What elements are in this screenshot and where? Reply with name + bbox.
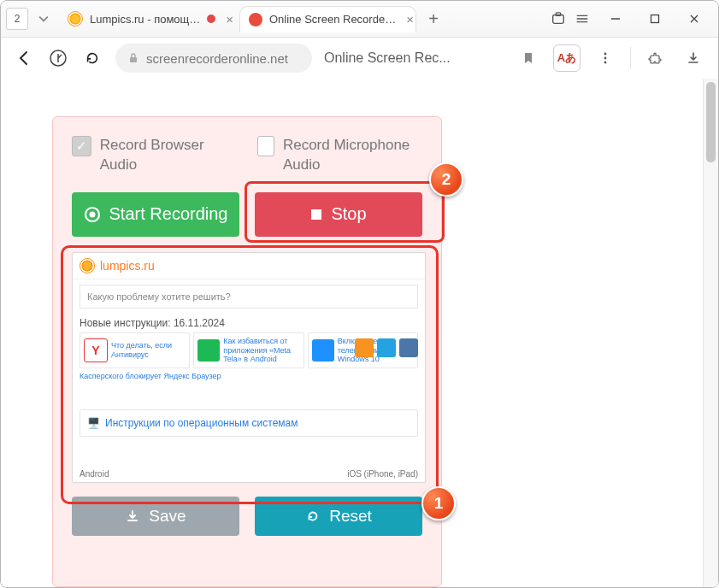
recording-preview[interactable]: lumpics.ru Какую проблему хотите решить?… xyxy=(72,252,426,483)
address-bar: screenrecorderonline.net Online Screen R… xyxy=(1,38,718,79)
reset-icon xyxy=(305,509,321,524)
svg-point-7 xyxy=(604,62,607,64)
tab-recorder[interactable]: Online Screen Recorde… × xyxy=(239,6,416,32)
button-label: Reset xyxy=(329,507,372,526)
yandex-logo-icon xyxy=(84,338,108,362)
annotation-badge-1: 1 xyxy=(421,486,456,520)
more-icon[interactable] xyxy=(592,45,618,71)
preview-card: Что делать, если Антивирус xyxy=(80,332,190,368)
svg-rect-4 xyxy=(130,57,137,62)
menu-lines-icon[interactable] xyxy=(573,9,592,28)
tab-label: Online Screen Recorde… xyxy=(269,13,396,26)
new-tab-button[interactable]: + xyxy=(421,7,445,31)
screenshot-icon[interactable] xyxy=(549,9,568,28)
tab-label: Lumpics.ru - помощ… xyxy=(90,13,200,26)
button-label: Save xyxy=(149,507,186,526)
annotation-badge-2: 2 xyxy=(429,162,463,197)
svg-rect-10 xyxy=(311,209,321,220)
lumpics-logo-icon xyxy=(80,258,95,273)
preview-footer-right: iOS (iPhone, iPad) xyxy=(347,469,418,479)
yandex-icon[interactable] xyxy=(47,47,69,69)
svg-point-6 xyxy=(604,57,607,60)
minimize-button[interactable] xyxy=(597,6,634,32)
option-label: Record Browser Audio xyxy=(100,136,237,175)
vk-icon xyxy=(399,338,418,357)
start-recording-button[interactable]: Start Recording xyxy=(72,192,239,237)
svg-rect-1 xyxy=(556,13,560,16)
preview-footer-left: Android xyxy=(80,469,109,479)
close-window-button[interactable] xyxy=(675,6,713,32)
preview-social-icons xyxy=(355,338,418,357)
vertical-scrollbar[interactable] xyxy=(703,79,718,587)
tab-list-chevron-icon[interactable] xyxy=(33,9,54,29)
maximize-button[interactable] xyxy=(636,6,674,32)
page-viewport: ✓ Record Browser Audio Record Microphone… xyxy=(1,79,718,587)
lock-icon xyxy=(127,52,139,64)
preview-os-link: 🖥️ Инструкции по операционным системам xyxy=(80,409,418,437)
preview-section-title: Новые инструкции: 16.11.2024 xyxy=(73,314,425,332)
telegram-icon xyxy=(377,338,396,357)
reload-button[interactable] xyxy=(81,47,103,69)
android-logo-icon xyxy=(197,339,220,362)
download-icon xyxy=(125,509,140,524)
preview-card-extra: Касперского блокирует Яндекс Браузер xyxy=(73,368,425,384)
preview-search-box: Какую проблему хотите решить? xyxy=(80,285,418,309)
bookmark-icon[interactable] xyxy=(516,45,541,71)
title-bar: 2 Lumpics.ru - помощ… × Online Screen Re… xyxy=(1,1,718,38)
windows-logo-icon xyxy=(312,339,334,362)
extensions-icon[interactable] xyxy=(643,45,669,71)
downloads-icon[interactable] xyxy=(681,45,706,71)
translate-icon[interactable]: Aあ xyxy=(553,44,581,72)
recorder-favicon-icon xyxy=(249,13,262,26)
recorder-panel: ✓ Record Browser Audio Record Microphone… xyxy=(52,116,442,587)
option-browser-audio[interactable]: ✓ Record Browser Audio xyxy=(72,136,237,175)
recording-indicator-icon xyxy=(207,15,215,23)
record-icon xyxy=(84,206,101,223)
scrollbar-thumb[interactable] xyxy=(706,82,716,162)
reset-button[interactable]: Reset xyxy=(255,497,422,536)
stop-recording-button[interactable]: Stop xyxy=(255,192,422,237)
button-label: Stop xyxy=(331,204,366,224)
close-icon[interactable]: × xyxy=(226,12,233,26)
save-button[interactable]: Save xyxy=(72,497,239,536)
svg-point-9 xyxy=(89,211,95,217)
window-controls xyxy=(597,6,713,32)
preview-site-title: lumpics.ru xyxy=(100,259,155,273)
page-title-label: Online Screen Rec... xyxy=(324,50,504,66)
lumpics-favicon-icon xyxy=(68,11,83,26)
url-domain: screenrecorderonline.net xyxy=(146,51,288,66)
button-label: Start Recording xyxy=(109,204,228,224)
option-label: Record Microphone Audio xyxy=(283,136,422,175)
tab-counter[interactable]: 2 xyxy=(6,8,28,30)
os-icon: 🖥️ xyxy=(87,417,100,429)
ok-icon xyxy=(355,338,374,357)
close-icon[interactable]: × xyxy=(406,12,414,26)
back-button[interactable] xyxy=(13,47,35,69)
svg-point-5 xyxy=(604,53,607,56)
svg-rect-2 xyxy=(651,15,659,23)
option-mic-audio[interactable]: Record Microphone Audio xyxy=(257,136,422,175)
preview-card: Как избавиться от приложения «Meta Tela»… xyxy=(193,332,304,368)
url-box[interactable]: screenrecorderonline.net xyxy=(115,44,312,73)
checkbox-icon[interactable]: ✓ xyxy=(72,136,91,156)
checkbox-icon[interactable] xyxy=(257,136,274,156)
stop-icon xyxy=(310,209,322,220)
tab-lumpics[interactable]: Lumpics.ru - помощ… × xyxy=(59,6,234,32)
